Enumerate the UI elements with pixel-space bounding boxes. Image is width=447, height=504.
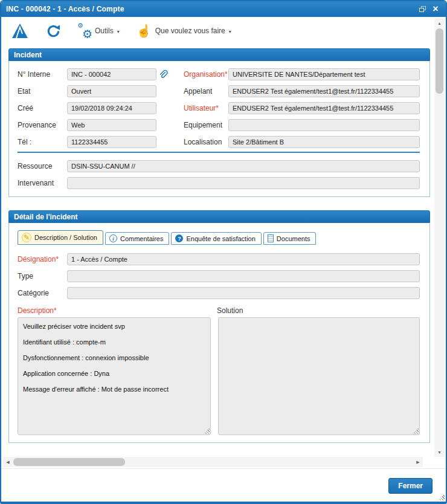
- tab-enquete-satisfaction[interactable]: ? Enquête de satisfaction: [171, 232, 261, 245]
- question-icon: ?: [175, 234, 183, 242]
- restore-window-button[interactable]: [417, 4, 428, 15]
- intervenant-label: Intervenant: [18, 179, 67, 187]
- tel-label: Tél :: [18, 138, 67, 146]
- dialog-content: Incident N° Interne INC - 000042 Organis…: [1, 45, 446, 443]
- incident-dialog: INC - 000042 - 1 - Accès / Compte × ⚙ ⚙ …: [0, 0, 447, 504]
- organisation-field[interactable]: UNIVERSITE DE NANTES/Département test: [228, 68, 420, 80]
- provenance-label: Provenance: [18, 121, 67, 129]
- detail-panel: Détail de l'incident ✎ Description / Sol…: [8, 210, 430, 443]
- tab-description-solution[interactable]: ✎ Description / Solution: [18, 230, 103, 245]
- actions-menu[interactable]: ☝ Que voulez vous faire ▾: [137, 25, 231, 37]
- horizontal-scrollbar[interactable]: ◀ ▶: [3, 457, 423, 467]
- document-icon: [268, 234, 274, 242]
- solution-label: Solution: [217, 306, 420, 315]
- designation-label: Désignation*: [18, 255, 67, 263]
- etat-label: Etat: [18, 87, 67, 95]
- provenance-field[interactable]: Web: [67, 119, 156, 131]
- pencil-icon: ✎: [22, 233, 31, 242]
- utilisateur-label: Utilisateur*: [184, 104, 228, 112]
- restore-icon: [419, 6, 426, 12]
- equipement-field[interactable]: [228, 119, 420, 131]
- app-logo-icon: [11, 22, 29, 39]
- form-row: Ressource DSIN-SSU-CANUM //: [18, 160, 420, 172]
- paperclip-icon: [158, 69, 168, 79]
- appelant-field[interactable]: ENDUSER2 Test également/test1@test.fr/11…: [228, 85, 420, 97]
- toolbar: ⚙ ⚙ Outils ▾ ☝ Que voulez vous faire ▾: [1, 17, 446, 45]
- equipement-label: Equipement: [184, 121, 228, 129]
- form-row: Tél : 1122334455 Localisation Site 2/Bât…: [18, 136, 420, 148]
- fermer-button[interactable]: Fermer: [388, 478, 433, 494]
- close-window-button[interactable]: ×: [430, 4, 441, 15]
- utilisateur-field[interactable]: ENDUSER2 Test également/test1@test.fr/11…: [228, 102, 420, 114]
- appelant-label: Appelant: [184, 87, 228, 95]
- gear-big-glyph: ⚙: [82, 28, 92, 40]
- ressource-label: Ressource: [18, 162, 67, 170]
- refresh-icon: [46, 24, 61, 39]
- detail-panel-body: ✎ Description / Solution i Commentaires …: [8, 223, 430, 443]
- vertical-scrollbar-thumb[interactable]: [436, 28, 443, 94]
- textarea-resize-grip[interactable]: [204, 428, 210, 434]
- categorie-field[interactable]: [67, 287, 420, 299]
- description-solution-areas: Veuillez préciser votre incident svp Ide…: [18, 317, 420, 435]
- scroll-right-arrow-icon[interactable]: ▶: [413, 457, 423, 467]
- tab-label: Commentaires: [120, 235, 164, 242]
- localisation-field[interactable]: Site 2/Bâtiment B: [228, 136, 420, 148]
- form-row: N° Interne INC - 000042 Organisation* UN…: [18, 68, 420, 80]
- app-logo-button[interactable]: [11, 22, 29, 39]
- info-icon: i: [109, 234, 117, 242]
- window-title: INC - 000042 - 1 - Accès / Compte: [6, 5, 414, 13]
- incident-panel-body: N° Interne INC - 000042 Organisation* UN…: [8, 61, 430, 197]
- tab-commentaires[interactable]: i Commentaires: [105, 232, 170, 245]
- form-row: Provenance Web Equipement: [18, 119, 420, 131]
- section-divider: [18, 152, 420, 153]
- scroll-down-arrow-icon[interactable]: ▼: [434, 447, 445, 457]
- outils-menu[interactable]: ⚙ ⚙ Outils ▾: [78, 24, 120, 37]
- close-icon: ×: [433, 4, 438, 14]
- organisation-label: Organisation*: [184, 70, 228, 79]
- designation-field[interactable]: 1 - Accès / Compte: [67, 253, 420, 265]
- tel-field[interactable]: 1122334455: [67, 136, 156, 148]
- tab-label: Description / Solution: [34, 234, 97, 241]
- titlebar: INC - 000042 - 1 - Accès / Compte ×: [1, 1, 446, 17]
- cree-label: Créé: [18, 104, 67, 112]
- type-field[interactable]: [67, 270, 420, 282]
- outils-menu-label: Outils: [95, 27, 114, 35]
- actions-menu-label: Que voulez vous faire: [155, 27, 225, 35]
- gear-icon: ⚙ ⚙: [78, 24, 91, 37]
- textarea-resize-grip[interactable]: [413, 428, 419, 434]
- tab-label: Documents: [277, 235, 310, 242]
- refresh-button[interactable]: [46, 24, 61, 39]
- incident-panel: Incident N° Interne INC - 000042 Organis…: [8, 48, 430, 197]
- caret-down-icon: ▾: [117, 29, 120, 34]
- tab-documents[interactable]: Documents: [263, 232, 317, 245]
- form-row: Type: [18, 270, 420, 282]
- window-resize-grip[interactable]: [438, 494, 445, 500]
- cree-field[interactable]: 19/02/2018 09:24:24: [67, 102, 156, 114]
- form-row: Catégorie: [18, 287, 420, 299]
- detail-panel-title: Détail de l'incident: [8, 210, 430, 223]
- form-row: Intervenant: [18, 177, 420, 189]
- form-row: Etat Ouvert Appelant ENDUSER2 Test égale…: [18, 85, 420, 97]
- detail-tabs: ✎ Description / Solution i Commentaires …: [18, 230, 420, 245]
- incident-panel-title: Incident: [8, 48, 430, 61]
- type-label: Type: [18, 272, 67, 280]
- description-textarea[interactable]: Veuillez préciser votre incident svp Ide…: [18, 317, 211, 435]
- description-label: Description*: [18, 306, 217, 315]
- hand-pointer-icon: ☝: [137, 25, 152, 37]
- n-interne-label: N° Interne: [18, 70, 67, 79]
- tab-label: Enquête de satisfaction: [186, 235, 255, 242]
- scroll-left-arrow-icon[interactable]: ◀: [3, 457, 13, 467]
- scroll-up-arrow-icon[interactable]: ▲: [434, 18, 445, 28]
- categorie-label: Catégorie: [18, 289, 67, 297]
- ressource-field[interactable]: DSIN-SSU-CANUM //: [67, 160, 420, 172]
- etat-field[interactable]: Ouvert: [67, 85, 156, 97]
- intervenant-field[interactable]: [67, 177, 420, 189]
- caret-down-icon: ▾: [229, 29, 231, 34]
- vertical-scrollbar[interactable]: ▲ ▼: [434, 18, 445, 457]
- horizontal-scrollbar-thumb[interactable]: [13, 458, 125, 466]
- form-row: Désignation* 1 - Accès / Compte: [18, 253, 420, 265]
- solution-textarea[interactable]: [218, 317, 420, 435]
- n-interne-field[interactable]: INC - 000042: [67, 68, 156, 80]
- form-row: Créé 19/02/2018 09:24:24 Utilisateur* EN…: [18, 102, 420, 114]
- attachment-button[interactable]: [156, 69, 170, 79]
